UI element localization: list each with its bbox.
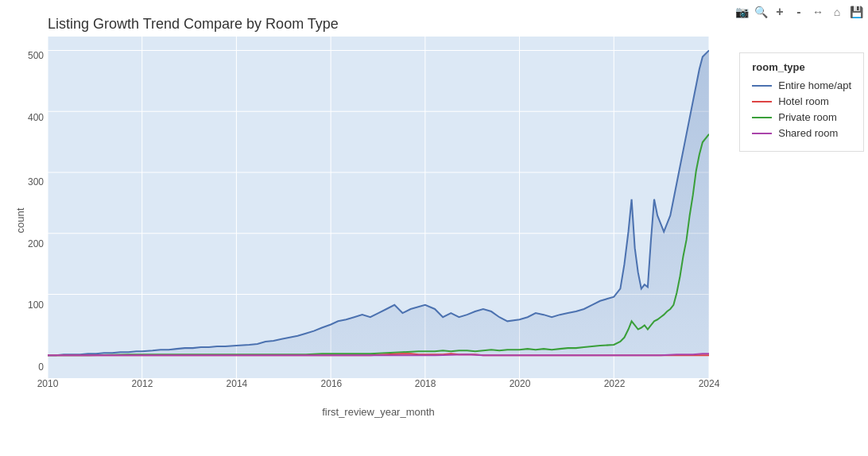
pan-icon[interactable]: ↔: [810, 4, 826, 20]
chart-area: count 500 400 300 200 100 0 2010 2012 20…: [48, 37, 709, 418]
x-tick-2022: 2022: [604, 378, 626, 389]
y-axis: 500 400 300 200 100 0: [12, 37, 44, 378]
x-tick-2018: 2018: [415, 378, 436, 389]
zoom-out-icon[interactable]: -: [791, 4, 807, 20]
legend-title: room_type: [752, 61, 851, 73]
y-tick-400: 400: [28, 112, 44, 123]
toolbar: 📷 🔍 + - ↔ ⌂ 💾: [734, 4, 864, 20]
shared-room-legend-label: Shared room: [778, 127, 838, 139]
y-tick-0: 0: [38, 361, 44, 373]
entire-home-legend-color: [752, 85, 772, 87]
y-tick-500: 500: [28, 50, 44, 61]
x-tick-2020: 2020: [510, 378, 531, 389]
chart-svg: [48, 37, 709, 378]
y-tick-100: 100: [28, 299, 44, 311]
x-tick-2024: 2024: [699, 378, 720, 389]
legend: room_type Entire home/apt Hotel room Pri…: [739, 52, 864, 152]
y-tick-200: 200: [28, 238, 44, 249]
x-axis-label: first_review_year_month: [322, 406, 435, 418]
shared-room-legend-color: [752, 133, 772, 134]
entire-home-area: [48, 50, 709, 355]
hotel-room-legend-color: [752, 101, 772, 102]
private-room-legend-label: Private room: [778, 111, 837, 123]
private-room-legend-color: [752, 117, 772, 118]
legend-item-entire-home: Entire home/apt: [752, 79, 851, 91]
legend-item-shared-room: Shared room: [752, 127, 851, 139]
x-axis: 2010 2012 2014 2016 2018 2020 2022 2024: [48, 378, 709, 394]
y-tick-300: 300: [28, 176, 44, 187]
legend-item-private-room: Private room: [752, 111, 851, 123]
x-tick-2016: 2016: [321, 378, 343, 389]
legend-item-hotel-room: Hotel room: [752, 95, 851, 107]
home-icon[interactable]: ⌂: [829, 4, 845, 20]
zoom-icon[interactable]: 🔍: [753, 4, 769, 20]
hotel-room-legend-label: Hotel room: [778, 95, 829, 107]
zoom-in-icon[interactable]: +: [772, 4, 788, 20]
save-icon[interactable]: 💾: [848, 4, 864, 20]
x-tick-2010: 2010: [37, 378, 59, 389]
camera-icon[interactable]: 📷: [734, 4, 750, 20]
chart-container: 📷 🔍 + - ↔ ⌂ 💾 Listing Growth Trend Compa…: [0, 0, 868, 456]
entire-home-legend-label: Entire home/apt: [778, 79, 851, 91]
x-tick-2012: 2012: [132, 378, 153, 389]
x-tick-2014: 2014: [227, 378, 248, 389]
